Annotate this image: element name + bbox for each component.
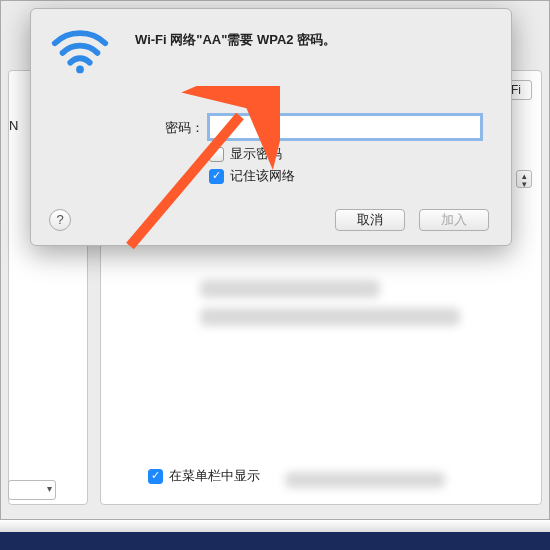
wifi-icon — [49, 25, 111, 75]
wifi-password-dialog: Wi-Fi 网络"AA"需要 WPA2 密码。 密码： 显示密码 记住该网络 ?… — [30, 8, 512, 246]
password-input[interactable] — [209, 115, 481, 139]
remember-network-label: 记住该网络 — [230, 167, 295, 185]
blurred-content — [200, 280, 380, 298]
dropdown-stepper[interactable]: ▴▾ — [516, 170, 532, 188]
small-dropdown[interactable] — [8, 480, 56, 500]
sidebar-text: N — [9, 118, 18, 133]
svg-point-0 — [76, 66, 84, 74]
join-button[interactable]: 加入 — [419, 209, 489, 231]
help-button[interactable]: ? — [49, 209, 71, 231]
checkbox-icon[interactable] — [148, 469, 163, 484]
bottom-bar — [0, 520, 550, 550]
checkbox-icon[interactable] — [209, 169, 224, 184]
blurred-content — [285, 472, 445, 488]
show-password-label: 显示密码 — [230, 145, 282, 163]
dialog-title: Wi-Fi 网络"AA"需要 WPA2 密码。 — [135, 31, 336, 49]
remember-network-checkbox-row[interactable]: 记住该网络 — [209, 167, 295, 185]
show-in-menubar-label: 在菜单栏中显示 — [169, 467, 260, 485]
checkbox-icon[interactable] — [209, 147, 224, 162]
cancel-button[interactable]: 取消 — [335, 209, 405, 231]
show-password-checkbox-row[interactable]: 显示密码 — [209, 145, 282, 163]
password-label: 密码： — [165, 119, 204, 137]
show-in-menubar-checkbox-row[interactable]: 在菜单栏中显示 — [148, 467, 260, 485]
blurred-content — [200, 308, 460, 326]
